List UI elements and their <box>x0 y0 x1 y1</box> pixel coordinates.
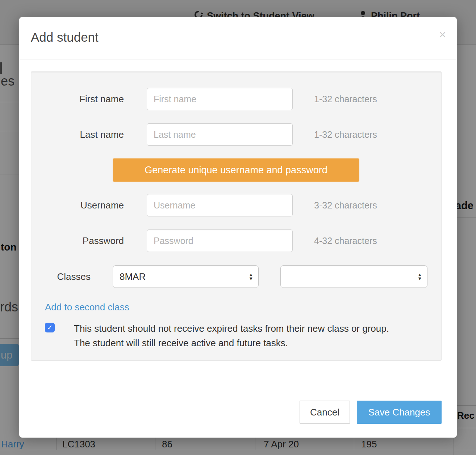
expired-tasks-checkbox[interactable]: ✓ <box>45 323 55 332</box>
checkbox-text-line1: This student should not receive expired … <box>74 321 440 336</box>
password-row: Password 4-32 characters <box>31 229 441 252</box>
check-icon: ✓ <box>47 323 53 332</box>
username-input[interactable] <box>147 194 293 216</box>
save-changes-button[interactable]: Save Changes <box>357 401 442 424</box>
first-name-row: First name 1-32 characters <box>31 88 441 110</box>
first-class-select[interactable]: 8MAR ▲ ▼ <box>113 265 259 288</box>
spinner-down-icon: ▼ <box>249 277 253 281</box>
spinner-down-icon: ▼ <box>417 277 422 281</box>
add-student-modal: Add student × First name 1-32 characters… <box>19 17 457 438</box>
last-name-input[interactable] <box>147 123 293 146</box>
first-name-input[interactable] <box>147 88 293 110</box>
add-student-form-panel: First name 1-32 characters Last name 1-3… <box>31 71 442 361</box>
add-to-second-class-link[interactable]: Add to second class <box>45 302 129 313</box>
first-name-label: First name <box>31 94 124 105</box>
last-name-hint: 1-32 characters <box>314 129 377 140</box>
classes-row: Classes 8MAR ▲ ▼ ▲ ▼ <box>31 265 441 288</box>
generate-credentials-button[interactable]: Generate unique username and password <box>113 158 359 182</box>
password-hint: 4-32 characters <box>314 236 377 246</box>
first-name-hint: 1-32 characters <box>314 94 377 104</box>
modal-title: Add student <box>31 30 99 45</box>
cancel-button[interactable]: Cancel <box>300 401 350 424</box>
modal-header: Add student × <box>19 17 457 59</box>
first-class-selected-value: 8MAR <box>120 271 249 282</box>
select-spinner-icon: ▲ ▼ <box>417 273 422 281</box>
select-spinner-icon: ▲ ▼ <box>249 273 253 281</box>
password-input[interactable] <box>147 229 293 252</box>
modal-footer: Cancel Save Changes <box>300 401 442 424</box>
username-hint: 3-32 characters <box>314 200 377 211</box>
expired-tasks-checkbox-text: This student should not receive expired … <box>74 321 440 350</box>
username-label: Username <box>31 200 124 211</box>
password-label: Password <box>31 235 124 247</box>
checkbox-text-line2: The student will still receive active an… <box>74 336 440 350</box>
close-icon[interactable]: × <box>439 29 446 40</box>
last-name-row: Last name 1-32 characters <box>31 123 441 146</box>
last-name-label: Last name <box>31 129 124 140</box>
second-class-select[interactable]: ▲ ▼ <box>280 265 427 288</box>
username-row: Username 3-32 characters <box>31 194 441 216</box>
classes-label: Classes <box>31 271 91 282</box>
